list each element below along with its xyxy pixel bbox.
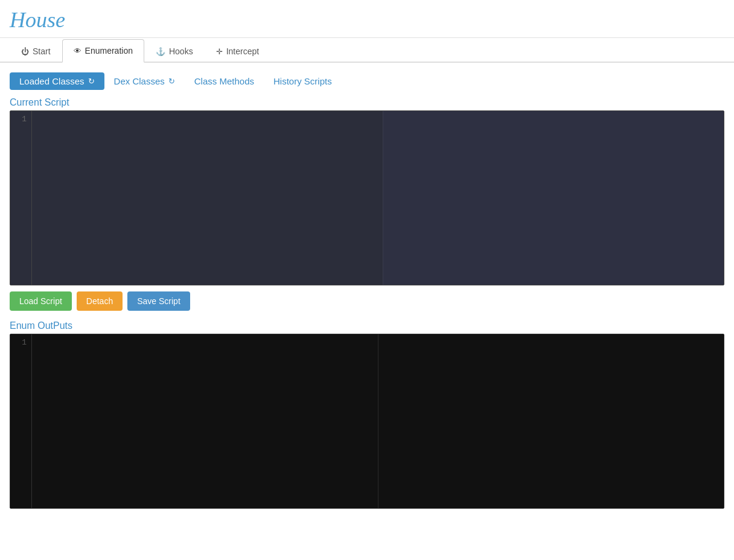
main-content: Loaded Classes ↻ Dex Classes ↻ Class Met…: [0, 63, 734, 518]
current-script-label: Current Script: [10, 97, 724, 108]
subtab-history-scripts[interactable]: History Scripts: [264, 72, 342, 90]
script-textarea[interactable]: [32, 111, 383, 285]
app-title: House: [10, 8, 65, 32]
tab-start[interactable]: ⏻ Start: [10, 40, 62, 62]
enum-line-number-1: 1: [15, 337, 27, 349]
line-number-1: 1: [15, 113, 27, 126]
enum-right-panel: [378, 334, 724, 508]
refresh-icon-loaded: ↻: [88, 77, 95, 86]
refresh-icon-dex: ↻: [168, 77, 175, 86]
detach-button[interactable]: Detach: [77, 291, 123, 311]
tab-enumeration[interactable]: 👁 Enumeration: [62, 39, 144, 63]
loaded-classes-label: Loaded Classes: [19, 76, 85, 86]
eye-icon: 👁: [74, 46, 81, 56]
subtab-class-methods[interactable]: Class Methods: [185, 72, 264, 90]
save-script-button[interactable]: Save Script: [127, 291, 190, 311]
class-methods-label: Class Methods: [194, 76, 254, 86]
top-nav: ⏻ Start 👁 Enumeration ⚓ Hooks ✛ Intercep…: [0, 38, 734, 63]
history-scripts-label: History Scripts: [273, 76, 332, 86]
dex-classes-label: Dex Classes: [114, 76, 165, 86]
enum-outputs-label: Enum OutPuts: [10, 320, 724, 331]
subtab-loaded-classes[interactable]: Loaded Classes ↻: [10, 72, 104, 90]
header: House: [0, 0, 734, 38]
sub-tabs: Loaded Classes ↻ Dex Classes ↻ Class Met…: [10, 72, 724, 90]
load-script-button[interactable]: Load Script: [10, 291, 72, 311]
tab-intercept-label: Intercept: [226, 46, 259, 56]
line-numbers: 1: [10, 111, 32, 285]
tab-intercept[interactable]: ✛ Intercept: [205, 40, 270, 62]
tab-hooks-label: Hooks: [169, 46, 193, 56]
power-icon: ⏻: [21, 47, 29, 56]
intercept-icon: ✛: [216, 47, 223, 56]
enum-line-numbers: 1: [10, 334, 32, 508]
tab-hooks[interactable]: ⚓ Hooks: [144, 40, 205, 62]
hooks-icon: ⚓: [156, 47, 165, 56]
button-row: Load Script Detach Save Script: [10, 291, 724, 311]
tab-start-label: Start: [33, 46, 51, 56]
enum-left-panel: [32, 334, 378, 508]
script-right-panel: [383, 111, 724, 285]
subtab-dex-classes[interactable]: Dex Classes ↻: [104, 72, 185, 90]
enum-outputs-editor: 1: [10, 334, 724, 509]
tab-enumeration-label: Enumeration: [85, 46, 133, 56]
current-script-editor: 1: [10, 110, 724, 285]
